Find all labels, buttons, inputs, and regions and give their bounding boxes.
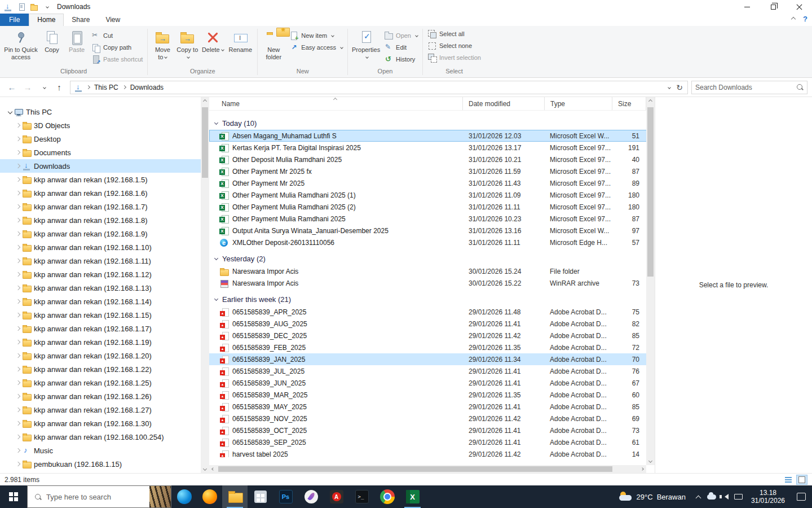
- group-header[interactable]: Earlier this week (21): [209, 292, 655, 306]
- weather-widget[interactable]: 29°C Berawan: [612, 485, 692, 508]
- file-row[interactable]: Nareswara Impor Acis 30/01/2026 15.22 Wi…: [209, 277, 655, 289]
- sidebar-item[interactable]: kkp anwar dan rekan (192.168.1.17): [0, 322, 201, 335]
- expand-chevron-icon[interactable]: [14, 178, 22, 181]
- help-icon[interactable]: [803, 15, 807, 23]
- refresh-icon[interactable]: [676, 83, 683, 92]
- file-row[interactable]: 0651585839_JUL_2025 29/01/2026 11.41 Ado…: [209, 365, 655, 377]
- file-row[interactable]: 0651585839_FEB_2025 29/01/2026 11.35 Ado…: [209, 341, 655, 353]
- expand-chevron-icon[interactable]: [14, 367, 22, 371]
- volume-icon[interactable]: [718, 485, 732, 508]
- sidebar-item[interactable]: kkp anwar dan rekan (192.168.100.254): [0, 430, 201, 444]
- collapse-chevron-icon[interactable]: [214, 120, 218, 124]
- file-row[interactable]: Output Anita Surya Winata_Januari-Desemb…: [209, 225, 655, 237]
- edit-button[interactable]: Edit: [382, 41, 420, 53]
- sidebar-item[interactable]: kkp anwar dan rekan (192.168.1.6): [0, 186, 201, 200]
- file-row[interactable]: Other Payment Mulia Ramdhani 2025 (1) 31…: [209, 189, 655, 201]
- up-button[interactable]: [52, 81, 67, 94]
- expand-chevron-icon[interactable]: [14, 191, 22, 195]
- expand-chevron-icon[interactable]: [14, 273, 22, 276]
- select-all-button[interactable]: Select all: [425, 28, 483, 40]
- scrollbar-thumb[interactable]: [647, 107, 654, 277]
- rename-button[interactable]: Rename: [226, 28, 255, 55]
- sidebar-item[interactable]: kkp anwar dan rekan (192.168.1.11): [0, 254, 201, 268]
- scroll-up-icon[interactable]: [646, 97, 655, 106]
- expand-chevron-icon[interactable]: [14, 300, 22, 303]
- sidebar-item[interactable]: kkp anwar dan rekan (192.168.1.27): [0, 403, 201, 417]
- expand-chevron-icon[interactable]: [14, 435, 22, 439]
- file-row[interactable]: Other Payment Mr 2025 fx 31/01/2026 11.5…: [209, 165, 655, 177]
- taskbar-app-button[interactable]: [349, 485, 374, 508]
- sidebar-item[interactable]: Desktop: [0, 132, 201, 146]
- file-row[interactable]: 0651585839_AUG_2025 29/01/2026 11.41 Ado…: [209, 318, 655, 330]
- expand-chevron-icon[interactable]: [14, 286, 22, 290]
- expand-chevron-icon[interactable]: [14, 408, 22, 411]
- file-row[interactable]: 0651585839_JAN_2025 29/01/2026 11.34 Ado…: [209, 353, 655, 365]
- sidebar-item[interactable]: kkp anwar dan rekan (192.168.1.30): [0, 417, 201, 430]
- history-button[interactable]: History: [382, 53, 420, 65]
- expand-chevron-icon[interactable]: [14, 151, 22, 154]
- delete-button[interactable]: Delete: [200, 28, 226, 55]
- sidebar-item[interactable]: kkp anwar dan rekan (192.168.1.5): [0, 173, 201, 186]
- column-header-date-modified[interactable]: Date modified: [463, 97, 545, 110]
- expand-chevron-icon[interactable]: [14, 395, 22, 398]
- file-row[interactable]: XMLOther Deposit-260131110056 31/01/2026…: [209, 237, 655, 248]
- expand-chevron-icon[interactable]: [14, 259, 22, 262]
- expand-chevron-icon[interactable]: [14, 354, 22, 357]
- cut-button[interactable]: Cut: [89, 29, 145, 41]
- column-header-size[interactable]: Size: [612, 97, 646, 110]
- copy-to-button[interactable]: Copy to: [175, 28, 200, 62]
- expand-chevron-icon[interactable]: [14, 164, 22, 168]
- clock[interactable]: 13.18 31/01/2026: [745, 489, 791, 505]
- scroll-down-icon[interactable]: [201, 465, 209, 473]
- expand-chevron-icon[interactable]: [14, 449, 22, 452]
- sidebar-item[interactable]: kkp anwar dan rekan (192.168.1.8): [0, 213, 201, 227]
- file-row[interactable]: Other Payment Mr 2025 31/01/2026 11.43 M…: [209, 177, 655, 189]
- back-button[interactable]: [5, 81, 19, 94]
- file-row[interactable]: 0651585839_OCT_2025 29/01/2026 11.41 Ado…: [209, 424, 655, 436]
- scroll-up-icon[interactable]: [201, 97, 209, 106]
- onedrive-icon[interactable]: [705, 485, 718, 508]
- taskbar-app-button[interactable]: [374, 485, 400, 508]
- column-header-name[interactable]: Name: [209, 97, 463, 110]
- file-row[interactable]: harvest tabel 2025 29/01/2026 11.42 Adob…: [209, 448, 655, 457]
- file-row[interactable]: 0651585839_DEC_2025 29/01/2026 11.42 Ado…: [209, 330, 655, 341]
- tab-share[interactable]: Share: [64, 14, 98, 26]
- taskbar-app-button[interactable]: [324, 485, 349, 508]
- expand-chevron-icon[interactable]: [14, 340, 22, 344]
- scrollbar-thumb[interactable]: [202, 107, 208, 178]
- address-dropdown-icon[interactable]: [668, 86, 671, 89]
- sidebar-item[interactable]: kkp anwar dan rekan (192.168.1.26): [0, 389, 201, 403]
- paste-shortcut-button[interactable]: Paste shortcut: [89, 53, 145, 65]
- hidden-icons-chevron[interactable]: [692, 494, 705, 500]
- scroll-right-icon[interactable]: [638, 465, 646, 473]
- scroll-left-icon[interactable]: [209, 465, 217, 473]
- breadcrumb-downloads[interactable]: Downloads: [129, 84, 165, 91]
- thumbnails-view-button[interactable]: [796, 475, 807, 485]
- taskbar-app-button[interactable]: [273, 485, 298, 508]
- copy-path-button[interactable]: Copy path: [89, 41, 145, 53]
- pin-to-quick-access-button[interactable]: Pin to Quick access: [2, 28, 39, 62]
- taskbar-app-button[interactable]: [197, 485, 222, 508]
- open-button[interactable]: Open: [382, 29, 420, 41]
- sidebar-item[interactable]: pembukuan (192.168.1.15): [0, 457, 201, 471]
- expand-chevron-icon[interactable]: [14, 381, 22, 384]
- expand-chevron-icon[interactable]: [14, 218, 22, 222]
- tab-file[interactable]: File: [0, 14, 29, 26]
- sidebar-item[interactable]: kkp anwar dan rekan (192.168.1.10): [0, 240, 201, 254]
- sidebar-item[interactable]: kkp anwar dan rekan (192.168.1.19): [0, 335, 201, 349]
- quick-access-toolbar-dropdown[interactable]: [40, 1, 52, 13]
- vertical-scrollbar[interactable]: [646, 97, 655, 465]
- file-row[interactable]: Other Deposit Mulia Ramdhani 2025 31/01/…: [209, 154, 655, 165]
- close-button[interactable]: [786, 0, 812, 14]
- file-row[interactable]: 0651585839_MAY_2025 29/01/2026 11.41 Ado…: [209, 401, 655, 413]
- new-folder-button[interactable]: New folder: [260, 28, 287, 62]
- sidebar-item[interactable]: kkp anwar dan rekan (192.168.1.15): [0, 308, 201, 322]
- sidebar-item[interactable]: kkp anwar dan rekan (192.168.1.9): [0, 227, 201, 240]
- collapse-chevron-icon[interactable]: [214, 296, 218, 300]
- copy-button[interactable]: Copy: [39, 28, 64, 55]
- search-box[interactable]: [691, 81, 807, 94]
- sidebar-item[interactable]: kkp anwar dan rekan (192.168.1.12): [0, 268, 201, 281]
- file-row[interactable]: Other Payment Mulia Ramdhani 2025 (2) 31…: [209, 201, 655, 213]
- expand-chevron-icon[interactable]: [14, 246, 22, 249]
- minimize-ribbon-icon[interactable]: [791, 16, 796, 21]
